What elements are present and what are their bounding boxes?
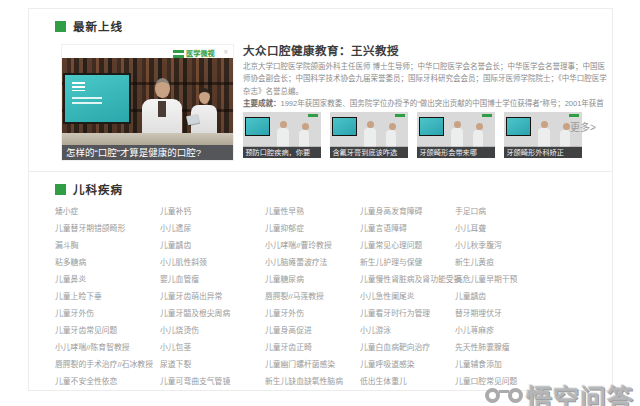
video-thumbnail[interactable]: 含氟牙膏到底该咋选 — [330, 112, 408, 158]
disease-link[interactable]: 儿童糖尿病 — [265, 271, 360, 288]
disease-link[interactable]: 小儿荨麻疹 — [455, 322, 611, 339]
doctor-tie — [158, 101, 166, 117]
disease-link[interactable]: 儿童牙髓及根尖周病 — [160, 305, 265, 322]
disease-link[interactable]: 儿童辅食添加 — [455, 356, 611, 373]
disease-link[interactable]: 儿童性早熟 — [265, 203, 360, 220]
disease-link[interactable]: 儿童牙齿萌出异常 — [160, 288, 265, 305]
disease-link[interactable]: 先天性肺囊腺瘤 — [455, 339, 611, 356]
disease-link[interactable]: 儿童慢性肾脏病及肾功能受损 — [360, 271, 455, 288]
disease-link[interactable]: 儿童补钙 — [160, 203, 265, 220]
video-logo-strip: 医学微视 ® — [62, 45, 233, 58]
watermark-text: 悟空问答 — [526, 378, 634, 406]
disease-link[interactable]: 小儿脑瘫蕾波疗法 — [265, 254, 360, 271]
achievement-text: 1992年获国家教委、国务院学位办授予的“做出突出贡献的中国博士学位获得者”称号… — [281, 99, 604, 107]
video-caption: 怎样的“口腔”才算是健康的口腔? — [62, 145, 233, 160]
disease-link[interactable]: 儿童牙齿常见问题 — [55, 322, 160, 339]
disease-link[interactable]: 儿童白血病靶向治疗 — [360, 339, 455, 356]
disease-link[interactable]: 小儿急性阑尾炎 — [360, 288, 455, 305]
disease-link[interactable]: 唇腭裂//马莲教授 — [265, 288, 360, 305]
feature-achievement: 主要成就：1992年获国家教委、国务院学位办授予的“做出突出贡献的中国博士学位获… — [243, 98, 612, 110]
video-thumbnail[interactable]: 预防口腔疾病，你要 — [243, 112, 321, 158]
disease-link[interactable]: 尿道下裂 — [160, 356, 265, 373]
presentation-screen — [333, 118, 356, 135]
presentation-screen — [246, 118, 269, 135]
disease-link[interactable]: 儿童常见心理问题 — [360, 237, 455, 254]
screen-logo-icon — [72, 82, 85, 91]
disease-link[interactable]: 儿童身高发育障碍 — [360, 203, 455, 220]
disease-link[interactable]: 儿童幽门螺杆菌感染 — [265, 356, 360, 373]
thumbnail-caption: 预防口腔疾病，你要 — [243, 147, 321, 158]
disease-link[interactable]: 矮小症 — [55, 203, 160, 220]
section-header-latest: 最新上线 — [55, 18, 123, 34]
disease-link[interactable]: 小儿耳聋 — [455, 220, 611, 237]
screen-text-lines — [72, 97, 102, 104]
disease-link[interactable]: 儿童龋齿 — [160, 237, 265, 254]
disease-link[interactable]: 儿童替牙期错颌畸形 — [55, 220, 160, 237]
assistant-figure — [386, 130, 396, 148]
disease-link[interactable]: 小儿哮喘//陈育智教授 — [55, 339, 160, 356]
doctor-figure — [364, 128, 376, 148]
presentation-screen — [65, 75, 129, 122]
disease-link[interactable]: 替牙期埋伏牙 — [455, 305, 611, 322]
disease-link[interactable]: 儿童呼吸道感染 — [360, 356, 455, 373]
logo-bars-icon — [395, 114, 405, 117]
presentation-screen — [420, 118, 443, 135]
section-title: 儿科疾病 — [73, 181, 123, 197]
disease-link[interactable]: 粘多糖病 — [55, 254, 160, 271]
feature-description-area: 北京大学口腔医学院颌面外科主任医师 博士生导师；中华口腔医学会名誉会长；中华医学… — [243, 61, 612, 111]
disease-link[interactable]: 儿童言语障碍 — [360, 220, 455, 237]
disease-link[interactable]: 儿童看牙时行为管理 — [360, 305, 455, 322]
disease-link[interactable]: 儿童上睑下垂 — [55, 288, 160, 305]
disease-link[interactable]: 新生儿护理与保健 — [360, 254, 455, 271]
disease-link[interactable]: 儿童牙外伤 — [265, 305, 360, 322]
disease-link[interactable]: 儿童身高促进 — [265, 322, 360, 339]
featured-video-thumbnail[interactable]: 医学微视 ® 怎样的“口腔”才算是健康的口腔? — [62, 45, 233, 160]
disease-link[interactable]: 新生儿黄疸 — [455, 254, 611, 271]
disease-link[interactable]: 手足口病 — [455, 203, 611, 220]
disease-link[interactable]: 小儿哮喘//曹玲教授 — [265, 237, 360, 254]
disease-link[interactable]: 儿童抑郁症 — [265, 220, 360, 237]
disease-link[interactable]: 小儿肌性斜颈 — [160, 254, 265, 271]
page: { "colors": { "accent_green": "#2f9e44",… — [0, 0, 640, 406]
assistant-figure — [560, 130, 570, 148]
disease-link[interactable]: 儿童鼻炎 — [55, 271, 160, 288]
green-square-icon — [55, 21, 66, 32]
disease-link[interactable]: 唇腭裂的手术治疗//石冰教授 — [55, 356, 160, 373]
disease-grid-area: 矮小症儿童替牙期错颌畸形漏斗胸粘多糖病儿童鼻炎儿童上睑下垂儿童牙外伤儿童牙齿常见… — [55, 203, 612, 386]
disease-link[interactable]: 高危儿童早期干预 — [455, 271, 611, 288]
disease-link[interactable]: 儿童牙外伤 — [55, 305, 160, 322]
feature-bio: 北京大学口腔医学院颌面外科主任医师 博士生导师；中华口腔医学会名誉会长；中华医学… — [243, 61, 612, 98]
disease-link[interactable]: 儿童不安全性依恋 — [55, 373, 160, 386]
disease-link[interactable]: 低出生体重儿 — [360, 373, 455, 386]
more-link[interactable]: 更多> — [570, 119, 596, 134]
disease-link[interactable]: 漏斗胸 — [55, 237, 160, 254]
disease-link[interactable]: 小儿遗尿 — [160, 220, 265, 237]
glasses-lens-right — [508, 388, 523, 403]
disease-link[interactable]: 小儿游泳 — [360, 322, 455, 339]
disease-link[interactable]: 婴儿血管瘤 — [160, 271, 265, 288]
doctor-figure — [538, 128, 550, 148]
video-thumbnail[interactable]: 牙颌畸形会带来哪 — [417, 112, 495, 158]
achievement-label: 主要成就： — [243, 99, 281, 107]
disease-link[interactable]: 小儿秋季腹泻 — [455, 237, 611, 254]
disease-link[interactable]: 儿童可弯曲支气管镜 — [160, 373, 265, 386]
video-photo — [62, 58, 233, 145]
section-divider — [29, 171, 612, 172]
feature-title[interactable]: 大众口腔健康教育：王兴教授 — [243, 42, 399, 58]
logo-bars-icon — [173, 50, 184, 58]
disease-link[interactable]: 新生儿缺血缺氧性脑病 — [265, 373, 360, 386]
registered-mark: ® — [224, 50, 228, 55]
glasses-lens-left — [485, 388, 500, 403]
disease-link[interactable]: 小儿烧烫伤 — [160, 322, 265, 339]
disease-grid: 矮小症儿童替牙期错颌畸形漏斗胸粘多糖病儿童鼻炎儿童上睑下垂儿童牙外伤儿童牙齿常见… — [55, 203, 489, 386]
glasses-icon — [485, 386, 523, 406]
disease-link[interactable]: 小儿包茎 — [160, 339, 265, 356]
disease-link[interactable]: 儿童龋齿 — [455, 288, 611, 305]
logo-bars-icon — [569, 114, 579, 117]
logo-bars-icon — [482, 114, 492, 117]
section-title: 最新上线 — [73, 18, 123, 34]
presentation-screen — [507, 118, 530, 135]
assistant-head — [199, 88, 210, 104]
disease-link[interactable]: 儿童牙齿正畸 — [265, 339, 360, 356]
assistant-figure — [473, 130, 483, 148]
